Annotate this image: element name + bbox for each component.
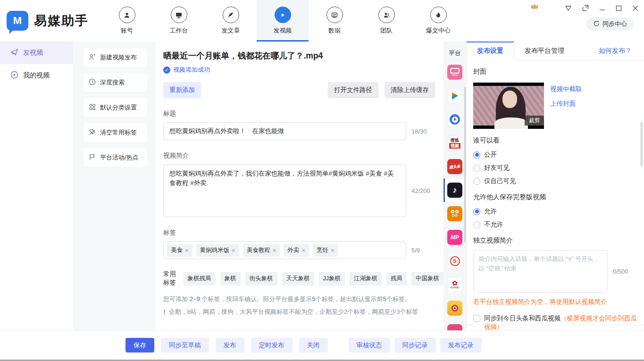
- open-file-path-button[interactable]: 打开文件路径: [328, 82, 378, 98]
- monitor-icon: [171, 7, 187, 23]
- radio-disallow[interactable]: 不允许: [473, 220, 637, 229]
- how-to-publish-link[interactable]: 如何发布？: [599, 42, 644, 60]
- readd-video-button[interactable]: 重新添加: [163, 82, 201, 98]
- platform-scrollbar[interactable]: [464, 87, 466, 243]
- common-tag-chip[interactable]: 江湖象棋: [350, 272, 382, 285]
- cover-thumbnail[interactable]: 裁剪: [473, 83, 544, 129]
- close-icon[interactable]: [632, 5, 638, 11]
- publish-records-button[interactable]: 发布记录: [440, 338, 482, 353]
- radio-public[interactable]: 公开: [473, 151, 637, 159]
- sync-to-draft-button[interactable]: 同步至草稿: [161, 338, 209, 353]
- nav-team[interactable]: 团队: [360, 0, 412, 42]
- remove-tag-icon[interactable]: ×: [185, 247, 189, 254]
- common-tag-chip[interactable]: 残局: [386, 272, 407, 285]
- remove-tag-icon[interactable]: ×: [331, 247, 335, 254]
- platform-sohu-video[interactable]: 搜狐视频: [443, 131, 466, 155]
- common-tag-chip[interactable]: 街头象棋: [245, 272, 277, 285]
- platform-icon: [447, 324, 462, 330]
- tab-publish-settings[interactable]: 发布设置: [467, 42, 514, 60]
- radio-allow[interactable]: 允许: [473, 207, 637, 216]
- sync-records-button[interactable]: 同步记录: [394, 338, 436, 353]
- platform-sogou[interactable]: S: [443, 249, 466, 273]
- radio-friends-only[interactable]: 好友可见: [473, 164, 637, 172]
- visibility-options: 公开 好友可见 仅自己可见: [473, 151, 637, 185]
- radio-icon[interactable]: [473, 178, 480, 185]
- tag-chip[interactable]: 美食×: [167, 244, 192, 257]
- cover-label: 封面: [473, 67, 637, 76]
- tag-chip[interactable]: 烹饪×: [313, 244, 338, 257]
- independent-desc-counter: 0/500: [613, 268, 628, 275]
- tab-platform-management[interactable]: 发布平台管理: [514, 42, 575, 60]
- boss-key-icon[interactable]: [565, 5, 572, 11]
- desc-textarea[interactable]: 想吃黄焖鸡别再点外卖了，我们在家也能做，方法很简单#黄焖鸡米饭 #美食 #美食教…: [163, 164, 406, 217]
- platform-activities-button[interactable]: 平台活动/热点: [84, 148, 147, 167]
- settings-scrollbar[interactable]: [640, 122, 643, 167]
- platform-toutiao[interactable]: 惠头条: [443, 155, 466, 178]
- sync-center-button[interactable]: 同步中心: [586, 17, 634, 31]
- nav-publish-article[interactable]: 发文章: [205, 0, 257, 42]
- platform-weibo[interactable]: [443, 296, 466, 320]
- radio-selected-icon[interactable]: [473, 151, 480, 159]
- save-button[interactable]: 保存: [125, 338, 154, 353]
- platform-douyin-selected[interactable]: ♪: [443, 178, 466, 202]
- nav-data[interactable]: 数据: [309, 0, 360, 42]
- tencent-video-icon: [447, 88, 462, 103]
- platform-more[interactable]: [443, 320, 466, 330]
- douyin-icon: ♪: [447, 183, 462, 198]
- platform-kuaishou[interactable]: DG: [443, 202, 466, 226]
- radio-selected-icon[interactable]: [473, 208, 480, 215]
- platform-bilibili[interactable]: bilibili: [443, 60, 466, 84]
- platform-mp[interactable]: MP: [443, 226, 466, 249]
- play-circle-icon: [10, 71, 18, 80]
- nav-workbench[interactable]: 工作台: [153, 0, 205, 42]
- desc-counter: 42/200: [411, 187, 430, 194]
- tags-input[interactable]: 美食× 黄焖鸡米饭× 美食教程× 外卖× 烹饪×: [163, 241, 406, 259]
- review-status-button[interactable]: 审核状态: [349, 338, 390, 353]
- nav-account[interactable]: 账号: [101, 0, 153, 42]
- close-button[interactable]: 关闭: [299, 338, 328, 353]
- app-logo-icon: M: [7, 11, 28, 31]
- radio-icon[interactable]: [473, 165, 480, 172]
- upload-cover-link[interactable]: 上传封面: [550, 100, 582, 108]
- capture-from-video-link[interactable]: 视频中截取: [550, 85, 582, 93]
- tag-chip[interactable]: 黄焖鸡米饭×: [196, 244, 239, 257]
- nav-hot-articles[interactable]: 爆文中心: [412, 0, 464, 42]
- platform-huawei[interactable]: ✿HUAWEI: [443, 273, 466, 296]
- clear-common-tags-button[interactable]: 清空常用标签: [84, 123, 147, 142]
- common-tag-chip[interactable]: 象棋残局: [184, 272, 216, 285]
- radio-private[interactable]: 仅自己可见: [473, 177, 637, 185]
- common-tag-chip[interactable]: 象棋: [220, 272, 241, 285]
- new-video-publish-button[interactable]: 新建视频发布: [84, 48, 147, 67]
- remove-tag-icon[interactable]: ×: [232, 247, 235, 254]
- independent-desc-note: 若平台独立视频简介为空，将使用默认视频简介: [473, 298, 637, 306]
- maximize-icon[interactable]: [616, 5, 622, 11]
- nav-publish-video[interactable]: 发视频: [257, 0, 309, 42]
- grid-icon: [89, 103, 96, 112]
- left-sidebar: 发视频 我的视频: [0, 42, 73, 330]
- platform-tencent-video[interactable]: [443, 84, 466, 108]
- sidebar-item-publish-video[interactable]: 发视频: [0, 42, 73, 64]
- sidebar-item-my-videos[interactable]: 我的视频: [0, 64, 73, 87]
- platform-haokan-video[interactable]: [443, 108, 466, 131]
- clear-upload-cache-button[interactable]: 清除上传缓存: [385, 82, 435, 98]
- crop-badge[interactable]: 裁剪: [525, 116, 544, 126]
- title-input[interactable]: [163, 122, 406, 140]
- minimize-icon[interactable]: [599, 5, 605, 11]
- common-tag-chip[interactable]: 天天象棋: [282, 272, 314, 285]
- independent-desc-textarea[interactable]: [473, 250, 608, 293]
- tag-chip[interactable]: 美食教程×: [243, 244, 280, 257]
- tag-chip[interactable]: 外卖×: [284, 244, 309, 257]
- common-tag-chip[interactable]: 中国象棋: [411, 272, 443, 285]
- sync-toutiao-checkbox[interactable]: [473, 315, 480, 322]
- play-video-icon: [275, 7, 291, 23]
- radio-icon[interactable]: [473, 221, 480, 228]
- deep-search-button[interactable]: 深度搜索: [84, 73, 147, 92]
- common-tag-chip[interactable]: JJ象棋: [319, 272, 345, 285]
- remove-tag-icon[interactable]: ×: [273, 247, 276, 254]
- publish-button[interactable]: 发布: [216, 338, 244, 353]
- scheduled-publish-button[interactable]: 定时发布: [251, 338, 293, 353]
- screenshot-icon[interactable]: [582, 5, 589, 11]
- remove-tag-icon[interactable]: ×: [301, 247, 305, 254]
- default-category-settings-button[interactable]: 默认分类设置: [84, 98, 147, 117]
- title-label: 标题: [163, 109, 443, 118]
